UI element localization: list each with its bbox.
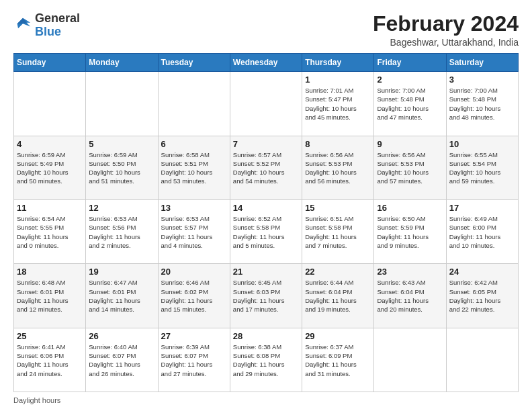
calendar-week-row: 4Sunrise: 6:59 AM Sunset: 5:49 PM Daylig…	[14, 136, 519, 199]
day-number: 13	[161, 203, 227, 213]
calendar-cell: 17Sunrise: 6:49 AM Sunset: 6:00 PM Dayli…	[446, 199, 518, 263]
day-number: 20	[161, 267, 227, 277]
day-info: Sunrise: 7:00 AM Sunset: 5:48 PM Dayligh…	[449, 86, 515, 122]
calendar-cell: 5Sunrise: 6:59 AM Sunset: 5:50 PM Daylig…	[86, 136, 158, 199]
day-number: 1	[305, 75, 371, 85]
title-section: February 2024 Bageshwar, Uttarakhand, In…	[373, 12, 519, 48]
page: General Blue February 2024 Bageshwar, Ut…	[0, 0, 532, 411]
day-info: Sunrise: 6:41 AM Sunset: 6:06 PM Dayligh…	[17, 342, 83, 378]
day-number: 24	[449, 267, 515, 277]
calendar-cell: 4Sunrise: 6:59 AM Sunset: 5:49 PM Daylig…	[14, 136, 86, 199]
day-number: 10	[449, 139, 515, 149]
day-number: 7	[233, 139, 299, 149]
day-info: Sunrise: 6:50 AM Sunset: 5:59 PM Dayligh…	[377, 214, 443, 250]
day-info: Sunrise: 7:00 AM Sunset: 5:48 PM Dayligh…	[377, 86, 443, 122]
calendar-cell: 24Sunrise: 6:42 AM Sunset: 6:05 PM Dayli…	[446, 264, 518, 328]
day-number: 29	[305, 331, 371, 341]
day-number: 21	[233, 267, 299, 277]
day-info: Sunrise: 6:53 AM Sunset: 5:57 PM Dayligh…	[161, 214, 227, 250]
day-number: 5	[89, 139, 154, 149]
calendar-week-row: 11Sunrise: 6:54 AM Sunset: 5:55 PM Dayli…	[14, 199, 519, 263]
header: General Blue February 2024 Bageshwar, Ut…	[13, 12, 519, 48]
logo-blue-text: Blue	[35, 25, 61, 38]
calendar-cell: 10Sunrise: 6:55 AM Sunset: 5:54 PM Dayli…	[446, 136, 518, 199]
calendar-cell: 11Sunrise: 6:54 AM Sunset: 5:55 PM Dayli…	[14, 199, 86, 263]
day-number: 25	[17, 331, 83, 341]
day-info: Sunrise: 6:38 AM Sunset: 6:08 PM Dayligh…	[233, 342, 299, 378]
day-number: 9	[377, 139, 443, 149]
day-info: Sunrise: 7:01 AM Sunset: 5:47 PM Dayligh…	[305, 86, 371, 122]
calendar-cell: 29Sunrise: 6:37 AM Sunset: 6:09 PM Dayli…	[302, 328, 374, 392]
day-info: Sunrise: 6:51 AM Sunset: 5:58 PM Dayligh…	[305, 214, 371, 250]
calendar-cell: 7Sunrise: 6:57 AM Sunset: 5:52 PM Daylig…	[230, 136, 302, 199]
day-number: 8	[305, 139, 371, 149]
calendar-cell: 12Sunrise: 6:53 AM Sunset: 5:56 PM Dayli…	[86, 199, 158, 263]
calendar-day-header: Friday	[374, 54, 446, 72]
day-info: Sunrise: 6:39 AM Sunset: 6:07 PM Dayligh…	[161, 342, 227, 378]
day-number: 11	[17, 203, 83, 213]
day-info: Sunrise: 6:40 AM Sunset: 6:07 PM Dayligh…	[89, 342, 154, 378]
day-number: 19	[89, 267, 154, 277]
calendar-cell: 18Sunrise: 6:48 AM Sunset: 6:01 PM Dayli…	[14, 264, 86, 328]
calendar-day-header: Tuesday	[158, 54, 230, 72]
calendar-cell: 6Sunrise: 6:58 AM Sunset: 5:51 PM Daylig…	[158, 136, 230, 199]
day-info: Sunrise: 6:48 AM Sunset: 6:01 PM Dayligh…	[17, 278, 83, 314]
logo-general-text: General	[35, 11, 80, 25]
calendar-header-row: SundayMondayTuesdayWednesdayThursdayFrid…	[14, 54, 519, 72]
day-number: 14	[233, 203, 299, 213]
day-info: Sunrise: 6:56 AM Sunset: 5:53 PM Dayligh…	[305, 150, 371, 186]
day-number: 2	[377, 75, 443, 85]
day-number: 23	[377, 267, 443, 277]
calendar-table: SundayMondayTuesdayWednesdayThursdayFrid…	[13, 53, 519, 392]
calendar-cell	[14, 72, 86, 136]
calendar-day-header: Wednesday	[230, 54, 302, 72]
month-title: February 2024	[373, 12, 519, 36]
calendar-cell: 21Sunrise: 6:45 AM Sunset: 6:03 PM Dayli…	[230, 264, 302, 328]
calendar-week-row: 25Sunrise: 6:41 AM Sunset: 6:06 PM Dayli…	[14, 328, 519, 392]
day-number: 26	[89, 331, 154, 341]
calendar-cell	[158, 72, 230, 136]
calendar-week-row: 18Sunrise: 6:48 AM Sunset: 6:01 PM Dayli…	[14, 264, 519, 328]
day-info: Sunrise: 6:49 AM Sunset: 6:00 PM Dayligh…	[449, 214, 515, 250]
calendar-cell: 9Sunrise: 6:56 AM Sunset: 5:53 PM Daylig…	[374, 136, 446, 199]
calendar-cell: 15Sunrise: 6:51 AM Sunset: 5:58 PM Dayli…	[302, 199, 374, 263]
footer: Daylight hours	[13, 396, 519, 404]
day-info: Sunrise: 6:52 AM Sunset: 5:58 PM Dayligh…	[233, 214, 299, 250]
calendar-cell	[446, 328, 518, 392]
day-info: Sunrise: 6:46 AM Sunset: 6:02 PM Dayligh…	[161, 278, 227, 314]
logo-text: General Blue	[35, 12, 80, 39]
day-number: 12	[89, 203, 154, 213]
day-number: 22	[305, 267, 371, 277]
calendar-day-header: Thursday	[302, 54, 374, 72]
day-info: Sunrise: 6:57 AM Sunset: 5:52 PM Dayligh…	[233, 150, 299, 186]
calendar-cell	[230, 72, 302, 136]
calendar-cell: 26Sunrise: 6:40 AM Sunset: 6:07 PM Dayli…	[86, 328, 158, 392]
day-info: Sunrise: 6:59 AM Sunset: 5:49 PM Dayligh…	[17, 150, 83, 186]
calendar-cell	[374, 328, 446, 392]
calendar-cell: 22Sunrise: 6:44 AM Sunset: 6:04 PM Dayli…	[302, 264, 374, 328]
calendar-cell: 1Sunrise: 7:01 AM Sunset: 5:47 PM Daylig…	[302, 72, 374, 136]
calendar-day-header: Saturday	[446, 54, 518, 72]
day-info: Sunrise: 6:59 AM Sunset: 5:50 PM Dayligh…	[89, 150, 154, 186]
location: Bageshwar, Uttarakhand, India	[373, 37, 519, 48]
day-info: Sunrise: 6:56 AM Sunset: 5:53 PM Dayligh…	[377, 150, 443, 186]
day-info: Sunrise: 6:54 AM Sunset: 5:55 PM Dayligh…	[17, 214, 83, 250]
day-number: 28	[233, 331, 299, 341]
day-info: Sunrise: 6:37 AM Sunset: 6:09 PM Dayligh…	[305, 342, 371, 378]
calendar-day-header: Monday	[86, 54, 158, 72]
day-info: Sunrise: 6:47 AM Sunset: 6:01 PM Dayligh…	[89, 278, 154, 314]
calendar-week-row: 1Sunrise: 7:01 AM Sunset: 5:47 PM Daylig…	[14, 72, 519, 136]
day-info: Sunrise: 6:42 AM Sunset: 6:05 PM Dayligh…	[449, 278, 515, 314]
day-info: Sunrise: 6:44 AM Sunset: 6:04 PM Dayligh…	[305, 278, 371, 314]
day-info: Sunrise: 6:55 AM Sunset: 5:54 PM Dayligh…	[449, 150, 515, 186]
day-info: Sunrise: 6:43 AM Sunset: 6:04 PM Dayligh…	[377, 278, 443, 314]
day-info: Sunrise: 6:45 AM Sunset: 6:03 PM Dayligh…	[233, 278, 299, 314]
calendar-cell: 20Sunrise: 6:46 AM Sunset: 6:02 PM Dayli…	[158, 264, 230, 328]
day-number: 16	[377, 203, 443, 213]
calendar-cell: 19Sunrise: 6:47 AM Sunset: 6:01 PM Dayli…	[86, 264, 158, 328]
calendar-cell: 25Sunrise: 6:41 AM Sunset: 6:06 PM Dayli…	[14, 328, 86, 392]
calendar-cell: 13Sunrise: 6:53 AM Sunset: 5:57 PM Dayli…	[158, 199, 230, 263]
calendar-cell: 27Sunrise: 6:39 AM Sunset: 6:07 PM Dayli…	[158, 328, 230, 392]
day-info: Sunrise: 6:53 AM Sunset: 5:56 PM Dayligh…	[89, 214, 154, 250]
calendar-cell: 14Sunrise: 6:52 AM Sunset: 5:58 PM Dayli…	[230, 199, 302, 263]
